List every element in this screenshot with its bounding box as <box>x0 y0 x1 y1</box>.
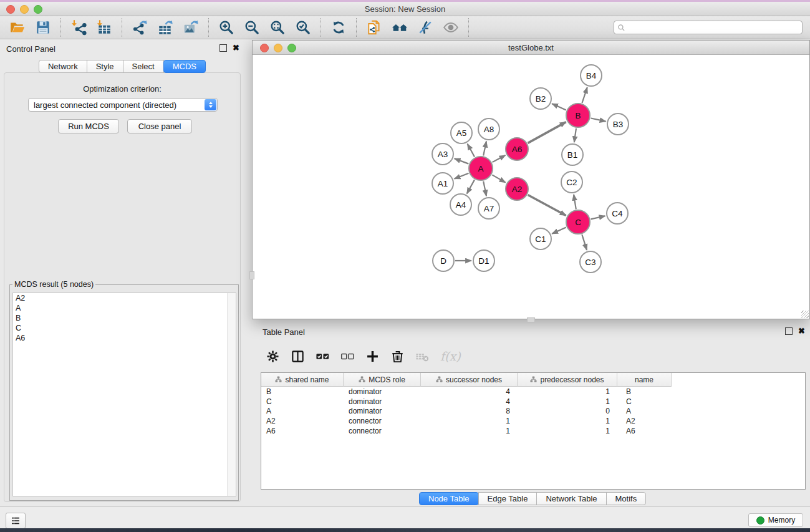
graph-node-A3[interactable]: A3 <box>432 143 453 165</box>
open-session-icon[interactable] <box>9 19 26 36</box>
edge-B-B3[interactable] <box>591 118 606 122</box>
column-header-mcds-role[interactable]: MCDS role <box>344 373 421 387</box>
edge-A6-B[interactable] <box>528 122 566 143</box>
graph-node-C1[interactable]: C1 <box>530 228 551 249</box>
close-panel-button[interactable]: Close panel <box>127 119 192 133</box>
export-network-icon[interactable] <box>131 19 148 36</box>
mcds-result-item[interactable]: A <box>13 303 236 313</box>
select-all-icon[interactable] <box>316 349 330 364</box>
network-canvas[interactable]: B4B2BB3A5A8A6A3B1AC2A1A2A4A7C4CC1C3DD1 <box>253 55 809 319</box>
import-network-icon[interactable] <box>70 19 87 36</box>
tab-network[interactable]: Network <box>39 60 87 73</box>
add-column-icon[interactable] <box>365 349 380 364</box>
zoom-fit-icon[interactable] <box>269 19 286 36</box>
main-titlebar[interactable]: Session: New Session <box>0 2 810 16</box>
graph-node-A7[interactable]: A7 <box>478 198 499 219</box>
search-box[interactable] <box>614 21 803 34</box>
mcds-result-item[interactable]: A2 <box>13 293 236 303</box>
deselect-all-icon[interactable] <box>340 349 355 364</box>
memory-button[interactable]: Memory <box>748 513 803 527</box>
tab-select[interactable]: Select <box>123 60 164 73</box>
network-graph[interactable]: B4B2BB3A5A8A6A3B1AC2A1A2A4A7C4CC1C3DD1 <box>253 55 809 319</box>
column-header-predecessor-nodes[interactable]: predecessor nodes <box>518 373 617 387</box>
edge-C-C2[interactable] <box>574 195 576 210</box>
zoom-out-icon[interactable] <box>243 19 261 36</box>
table-row[interactable]: Cdominator41C <box>261 397 805 407</box>
table-row[interactable]: A6connector11A6 <box>261 426 805 436</box>
resize-grip-icon[interactable] <box>801 311 809 318</box>
homes-icon[interactable] <box>391 19 408 36</box>
export-image-icon[interactable] <box>182 19 200 36</box>
graph-node-B2[interactable]: B2 <box>530 88 551 109</box>
graph-node-B4[interactable]: B4 <box>581 65 602 86</box>
search-input[interactable] <box>625 22 802 33</box>
table-tab-network-table[interactable]: Network Table <box>536 492 606 505</box>
edge-C-C3[interactable] <box>582 235 587 250</box>
zoom-in-icon[interactable] <box>218 19 235 36</box>
edge-A-A5[interactable] <box>468 144 475 157</box>
graph-node-B1[interactable]: B1 <box>562 144 583 165</box>
close-panel-icon[interactable]: ✖ <box>233 45 239 51</box>
graph-node-A1[interactable]: A1 <box>432 173 453 194</box>
graph-node-A[interactable]: A <box>469 157 493 180</box>
refresh-layout-icon[interactable] <box>330 19 347 36</box>
edge-B-B1[interactable] <box>574 128 576 142</box>
edge-B-B4[interactable] <box>582 87 587 103</box>
edge-A-A3[interactable] <box>455 158 469 164</box>
mcds-result-item[interactable]: B <box>13 313 236 323</box>
edge-A2-C[interactable] <box>528 195 566 216</box>
edge-A-A6[interactable] <box>493 155 506 162</box>
graph-node-C4[interactable]: C4 <box>607 203 628 224</box>
table-float-panel-icon[interactable] <box>785 327 793 335</box>
toggle-graphics-details-icon[interactable] <box>417 19 434 36</box>
mcds-result-item[interactable]: C <box>13 323 236 333</box>
edge-A-A1[interactable] <box>455 173 469 179</box>
float-panel-icon[interactable] <box>219 44 227 52</box>
save-session-icon[interactable] <box>34 19 52 36</box>
graph-node-B[interactable]: B <box>566 104 590 127</box>
graph-node-C[interactable]: C <box>566 210 590 234</box>
table-row[interactable]: Bdominator41B <box>261 387 805 397</box>
export-table-icon[interactable] <box>157 19 174 36</box>
edge-A-A8[interactable] <box>483 142 486 156</box>
column-header-name[interactable]: name <box>617 373 672 387</box>
criterion-dropdown[interactable]: largest connected component (directed) <box>28 98 218 112</box>
run-mcds-button[interactable]: Run MCDS <box>58 119 119 133</box>
edge-A-A7[interactable] <box>483 181 486 196</box>
tab-mcds[interactable]: MCDS <box>163 60 206 73</box>
graph-node-C2[interactable]: C2 <box>561 172 582 193</box>
edge-C-C4[interactable] <box>591 216 605 219</box>
network-window-titlebar[interactable]: testGlobe.txt <box>253 41 809 55</box>
zoom-selected-icon[interactable] <box>294 19 312 36</box>
column-header-successor-nodes[interactable]: successor nodes <box>421 373 518 387</box>
bottom-scroll-nub[interactable] <box>527 317 535 322</box>
network-view-window[interactable]: testGlobe.txt B4B2BB3A5A8A6A3B1AC2A1A2A4… <box>252 40 810 319</box>
table-tab-motifs[interactable]: Motifs <box>606 492 647 505</box>
list-scrollbar[interactable] <box>227 293 236 496</box>
edge-B-B2[interactable] <box>552 104 566 110</box>
table-row[interactable]: Adominator80A <box>261 407 805 417</box>
table-tab-node-table[interactable]: Node Table <box>419 492 479 505</box>
column-header-shared-name[interactable]: shared name <box>261 373 344 387</box>
table-row[interactable]: A2connector11A2 <box>261 416 805 426</box>
new-network-from-selection-icon[interactable] <box>365 19 383 36</box>
table-tab-edge-table[interactable]: Edge Table <box>478 492 538 505</box>
edge-A-A2[interactable] <box>492 175 505 182</box>
graph-node-A2[interactable]: A2 <box>506 178 528 200</box>
tab-style[interactable]: Style <box>87 60 123 73</box>
table-settings-gear-icon[interactable] <box>266 349 280 364</box>
mcds-result-item[interactable]: A6 <box>13 333 236 343</box>
mcds-result-list[interactable]: A2ABCA6 <box>12 293 236 496</box>
graph-node-B3[interactable]: B3 <box>607 114 629 135</box>
graph-node-A8[interactable]: A8 <box>478 118 499 140</box>
split-panel-icon[interactable] <box>291 349 305 364</box>
left-scroll-nub[interactable] <box>249 271 254 279</box>
graph-node-D[interactable]: D <box>433 250 454 271</box>
graph-node-C3[interactable]: C3 <box>580 251 601 273</box>
graph-node-A4[interactable]: A4 <box>450 194 471 215</box>
edge-A-A4[interactable] <box>467 180 475 193</box>
edge-C-C1[interactable] <box>552 228 566 234</box>
graph-node-A6[interactable]: A6 <box>506 138 528 160</box>
task-history-button[interactable] <box>6 513 26 529</box>
delete-column-icon[interactable] <box>390 349 405 364</box>
